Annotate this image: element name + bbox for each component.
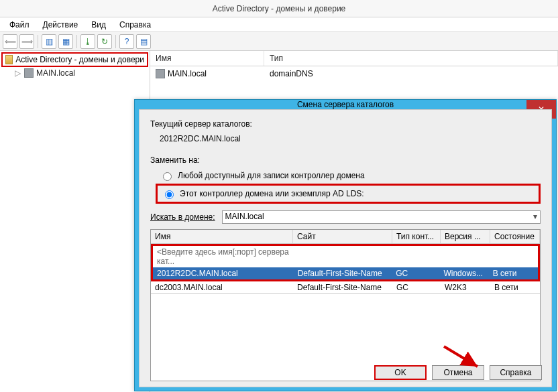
col-ver[interactable]: Версия ... <box>441 230 490 243</box>
list-col-name[interactable]: Имя <box>150 51 264 66</box>
list-row-type: domainDNS <box>264 68 558 80</box>
list-row[interactable]: MAIN.local domainDNS <box>150 66 558 81</box>
col-name[interactable]: Имя <box>151 230 293 243</box>
cell-state: В сети <box>490 281 540 293</box>
cell-type: GC <box>392 267 439 279</box>
export-icon[interactable]: ⭳ <box>80 34 95 49</box>
toolbar-separator <box>115 35 116 48</box>
radio-any-input[interactable] <box>163 172 172 181</box>
change-server-dialog: Смена сервера каталогов ✕ Текущий сервер… <box>134 99 557 391</box>
menu-action[interactable]: Действие <box>38 19 84 31</box>
dialog-buttons: OK Отмена Справка <box>374 365 542 380</box>
help-label: Справка <box>500 368 531 377</box>
dc-grid-hint-row[interactable]: <Введите здесь имя[:порт] сервера кат... <box>153 246 538 267</box>
col-type[interactable]: Тип конт... <box>392 230 441 243</box>
refresh-icon[interactable]: ↻ <box>97 34 112 49</box>
toolbar-separator <box>38 35 38 48</box>
tree-pane: Active Directory - домены и довери ▷ MAI… <box>0 51 150 392</box>
window-title-bar: Active Directory - домены и доверие <box>0 0 558 17</box>
back-icon[interactable]: ⟸ <box>3 34 17 49</box>
menubar: Файл Действие Вид Справка <box>0 17 558 32</box>
dc-hint: <Введите здесь имя[:порт] сервера кат... <box>153 246 295 267</box>
search-domain-label: Искать в домене: <box>150 212 215 222</box>
dialog-body: Текущий сервер каталогов: 2012R2DC.MAIN.… <box>139 109 552 387</box>
cell-ver: W2K3 <box>441 281 490 293</box>
cell-site: Default-First-Site-Name <box>294 267 392 279</box>
current-server-label: Текущий сервер каталогов: <box>150 119 541 129</box>
cell-ver: Windows... <box>439 267 488 279</box>
forward-icon: ⟹ <box>19 34 34 49</box>
properties-icon[interactable]: ▦ <box>58 34 73 49</box>
options-icon[interactable]: ▤ <box>136 34 151 49</box>
list-col-type[interactable]: Тип <box>264 51 558 66</box>
cancel-label: Отмена <box>443 368 472 377</box>
radio-this-input[interactable] <box>165 190 174 199</box>
window-title: Active Directory - домены и доверие <box>213 4 346 13</box>
search-domain-row: Искать в домене: MAIN.local <box>150 210 541 224</box>
current-server-value: 2012R2DC.MAIN.local <box>150 134 541 143</box>
dc-grid: Имя Сайт Тип конт... Версия ... Состояни… <box>150 229 541 381</box>
radio-this-dc[interactable]: Этот контроллер домена или экземпляр AD … <box>162 188 364 199</box>
radio-this-label: Этот контроллер домена или экземпляр AD … <box>180 189 364 198</box>
dc-grid-row-selected[interactable]: 2012R2DC.MAIN.local Default-First-Site-N… <box>153 267 538 279</box>
menu-view[interactable]: Вид <box>86 19 111 31</box>
list-row-name: MAIN.local <box>168 69 207 78</box>
ok-label: OK <box>394 368 406 377</box>
cancel-button[interactable]: Отмена <box>432 365 484 380</box>
cell-name: 2012R2DC.MAIN.local <box>153 267 294 279</box>
radio-any-writable[interactable]: Любой доступный для записи контроллер до… <box>160 170 541 181</box>
col-state[interactable]: Состояние <box>490 230 540 243</box>
search-domain-value: MAIN.local <box>225 212 264 221</box>
toolbar: ⟸ ⟹ ▥ ▦ ⭳ ↻ ? ▤ <box>0 32 558 51</box>
menu-file[interactable]: Файл <box>4 19 35 31</box>
list-header: Имя Тип <box>150 51 558 66</box>
ad-icon <box>5 55 13 64</box>
cell-site: Default-First-Site-Name <box>293 281 392 293</box>
help-icon[interactable]: ? <box>119 34 134 49</box>
domain-icon <box>24 68 34 78</box>
domain-icon <box>156 69 165 78</box>
tree-child-node[interactable]: ▷ MAIN.local <box>15 68 150 78</box>
radio-this-dc-highlight: Этот контроллер домена или экземпляр AD … <box>156 184 541 204</box>
dc-grid-header: Имя Сайт Тип конт... Версия ... Состояни… <box>151 230 540 244</box>
toolbar-separator <box>76 35 77 48</box>
dialog-title-bar[interactable]: Смена сервера каталогов ✕ <box>135 100 556 109</box>
show-hide-tree-icon[interactable]: ▥ <box>42 34 56 49</box>
search-domain-combo[interactable]: MAIN.local <box>222 210 541 224</box>
cell-type: GC <box>392 281 441 293</box>
expand-icon[interactable]: ▷ <box>15 68 21 78</box>
tree-root-label: Active Directory - домены и довери <box>15 55 144 64</box>
ok-button[interactable]: OK <box>374 365 427 380</box>
tree-child-label: MAIN.local <box>36 68 75 78</box>
replace-label: Заменить на: <box>150 155 541 165</box>
cell-name: dc2003.MAIN.local <box>151 281 293 293</box>
radio-any-label: Любой доступный для записи контроллер до… <box>178 171 365 180</box>
dialog-title: Смена сервера каталогов <box>297 100 394 109</box>
menu-help[interactable]: Справка <box>114 19 156 31</box>
help-button[interactable]: Справка <box>490 365 542 380</box>
dc-grid-highlight: <Введите здесь имя[:порт] сервера кат...… <box>151 244 540 281</box>
cell-state: В сети <box>489 267 538 279</box>
tree-root-node[interactable]: Active Directory - домены и довери <box>1 52 148 67</box>
dc-grid-row[interactable]: dc2003.MAIN.local Default-First-Site-Nam… <box>151 281 540 293</box>
col-site[interactable]: Сайт <box>293 230 392 243</box>
